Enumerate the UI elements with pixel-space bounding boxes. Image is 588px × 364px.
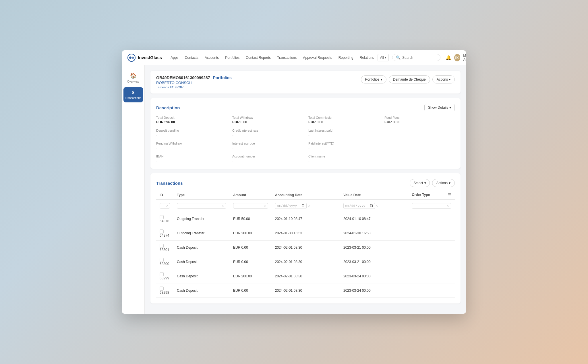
search-box[interactable]: 🔍 bbox=[392, 54, 440, 61]
cell-type-4: Cash Deposit bbox=[173, 269, 230, 283]
cell-accounting-date-4: 2024-02-01 08:30 bbox=[272, 269, 340, 283]
cell-amount-1: EUR 200.00 bbox=[230, 226, 272, 240]
row-checkbox-4[interactable] bbox=[160, 272, 164, 276]
row-checkbox-5[interactable] bbox=[160, 287, 164, 291]
cell-amount-2: EUR 0.00 bbox=[230, 240, 272, 255]
row-checkbox-1[interactable] bbox=[160, 229, 164, 233]
page-header-right: Portfolios ▾ Demande de Chèque Actions ▾ bbox=[361, 75, 455, 83]
cell-order-type-0: ⋮ bbox=[408, 212, 455, 223]
filter-icon[interactable]: ▽ bbox=[376, 204, 378, 207]
nav-contact-reports[interactable]: Contact Reports bbox=[243, 54, 274, 61]
chevron-down-icon: ▾ bbox=[424, 181, 426, 185]
row-more-icon-5[interactable]: ⋮ bbox=[447, 286, 451, 292]
filter-row: ▽ ▽ ▽ bbox=[156, 200, 455, 212]
filter-icon[interactable]: ▽ bbox=[222, 204, 224, 207]
cell-accounting-date-5: 2024-02-01 08:30 bbox=[272, 283, 340, 298]
cell-amount-4: EUR 200.00 bbox=[230, 269, 272, 283]
transactions-buttons: Select ▾ Actions ▾ bbox=[410, 179, 455, 187]
filter-icon[interactable]: ▽ bbox=[264, 204, 266, 207]
row-checkbox-3[interactable] bbox=[160, 258, 164, 262]
sidebar-label-overview: Overview bbox=[127, 80, 139, 83]
nav-reporting[interactable]: Reporting bbox=[336, 54, 356, 61]
filter-icon[interactable]: ▽ bbox=[447, 204, 449, 207]
nav-links: Apps Contacts Accounts Portfolios Contac… bbox=[168, 54, 389, 61]
actions-button-transactions[interactable]: Actions ▾ bbox=[432, 179, 455, 187]
col-amount: Amount bbox=[230, 190, 272, 200]
main-content: 🏠 Overview $ Transactions GB49DEMO601613… bbox=[122, 65, 466, 314]
chevron-down-icon: ▾ bbox=[449, 78, 450, 81]
nav-relations[interactable]: Relations bbox=[357, 54, 377, 61]
cell-order-type-1: ⋮ bbox=[408, 226, 455, 238]
row-checkbox-0[interactable] bbox=[160, 215, 164, 219]
nav-accounts[interactable]: Accounts bbox=[202, 54, 222, 61]
portfolios-breadcrumb[interactable]: Portfolios bbox=[213, 75, 231, 80]
desc-last-interest-paid: Last interest paid - bbox=[308, 129, 379, 137]
table-row: 63298 Cash Deposit EUR 0.00 2024-02-01 0… bbox=[156, 283, 455, 298]
bell-icon[interactable]: 🔔 bbox=[446, 55, 451, 60]
row-more-icon-1[interactable]: ⋮ bbox=[447, 229, 451, 235]
row-checkbox-2[interactable] bbox=[160, 244, 164, 248]
desc-total-commission: Total Commission EUR 0.00 bbox=[308, 116, 379, 124]
overview-icon: 🏠 bbox=[130, 73, 136, 79]
search-icon: 🔍 bbox=[396, 55, 401, 60]
portfolios-button[interactable]: Portfolios ▾ bbox=[361, 75, 386, 83]
cell-order-type-4: ⋮ bbox=[408, 269, 455, 280]
description-card: Description Show Details ▾ Total Deposit… bbox=[150, 98, 461, 169]
cell-id-3: 63300 bbox=[156, 255, 173, 269]
transactions-title: Transactions bbox=[156, 181, 183, 186]
row-more-icon-2[interactable]: ⋮ bbox=[447, 244, 451, 249]
filter-icon[interactable]: ▽ bbox=[166, 204, 168, 207]
table-row: 64376 Outgoing Transfer EUR 50.00 2024-0… bbox=[156, 212, 455, 226]
desc-pending-withdraw: Pending Withdraw - bbox=[156, 142, 227, 150]
page-header: GB49DEMO60161300099287 Portfolios ROBERT… bbox=[150, 71, 461, 94]
cell-accounting-date-3: 2024-02-01 08:30 bbox=[272, 255, 340, 269]
filter-id: ▽ bbox=[156, 200, 173, 212]
select-button[interactable]: Select ▾ bbox=[410, 179, 430, 187]
col-order-type: Order Type ☰ bbox=[408, 190, 455, 200]
cell-value-date-1: 2024-01-30 16:53 bbox=[340, 226, 408, 240]
nav-transactions[interactable]: Transactions bbox=[274, 54, 299, 61]
row-more-icon-4[interactable]: ⋮ bbox=[447, 272, 451, 277]
sidebar-item-transactions[interactable]: $ Transactions bbox=[123, 87, 143, 102]
cell-accounting-date-1: 2024-01-30 16:53 bbox=[272, 226, 340, 240]
desc-empty1 bbox=[384, 129, 455, 137]
chevron-down-icon: ▾ bbox=[449, 106, 451, 110]
col-value-date: Value Date bbox=[340, 190, 408, 200]
accounting-date-filter[interactable] bbox=[275, 203, 307, 209]
cell-order-type-3: ⋮ bbox=[408, 255, 455, 266]
cell-value-date-4: 2023-03-24 00:00 bbox=[340, 269, 408, 283]
nav-approval-requests[interactable]: Approval Requests bbox=[300, 54, 335, 61]
desc-account-number: Account number - bbox=[232, 155, 303, 163]
value-date-filter[interactable] bbox=[343, 203, 375, 209]
desc-deposit-pending: Deposit pending - bbox=[156, 129, 227, 137]
filter-amount: ▽ bbox=[230, 200, 272, 212]
actions-button-header[interactable]: Actions ▾ bbox=[432, 75, 455, 83]
cell-amount-5: EUR 0.00 bbox=[230, 283, 272, 298]
row-more-icon-0[interactable]: ⋮ bbox=[447, 215, 451, 220]
desc-interest-accrude: Interest accrude - bbox=[232, 142, 303, 150]
cell-value-date-0: 2024-01-10 08:47 bbox=[340, 212, 408, 226]
row-more-icon-3[interactable]: ⋮ bbox=[447, 258, 451, 263]
demande-cheque-button[interactable]: Demande de Chèque bbox=[389, 75, 430, 83]
temenos-id: Temenos ID: 99287 bbox=[156, 85, 232, 89]
svg-point-2 bbox=[132, 57, 134, 58]
cell-id-4: 63299 bbox=[156, 269, 173, 283]
nav-all[interactable]: All ▾ bbox=[378, 54, 389, 61]
desc-paid-interest: Paid interest(YTD) - bbox=[308, 142, 379, 150]
account-id: GB49DEMO60161300099287 Portfolios bbox=[156, 75, 232, 80]
nav-portfolios[interactable]: Portfolios bbox=[222, 54, 242, 61]
filter-icon[interactable]: ▽ bbox=[308, 204, 310, 207]
nav-contacts[interactable]: Contacts bbox=[182, 54, 201, 61]
sidebar-item-overview[interactable]: 🏠 Overview bbox=[123, 70, 143, 86]
desc-empty2 bbox=[384, 142, 455, 150]
cell-value-date-2: 2023-03-21 00:00 bbox=[340, 240, 408, 255]
search-input[interactable] bbox=[402, 56, 437, 60]
column-menu-icon[interactable]: ☰ bbox=[448, 193, 451, 197]
my-account-menu[interactable]: My Account ▾ bbox=[463, 54, 466, 62]
show-details-button[interactable]: Show Details ▾ bbox=[424, 104, 455, 111]
desc-total-deposit: Total Deposit EUR 596.00 bbox=[156, 116, 227, 124]
nav-apps[interactable]: Apps bbox=[168, 54, 181, 61]
cell-amount-3: EUR 0.00 bbox=[230, 255, 272, 269]
filter-type: ▽ bbox=[173, 200, 230, 212]
cell-type-0: Outgoing Transfer bbox=[173, 212, 230, 226]
